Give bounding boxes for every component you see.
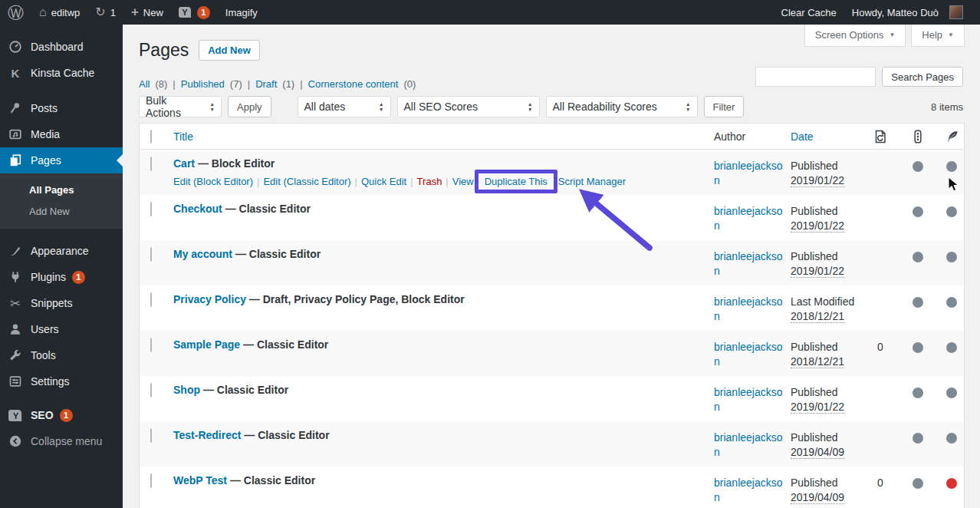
author-link[interactable]: brianleejackson <box>714 341 783 368</box>
search-box: Search Pages <box>755 67 963 87</box>
seo-score-dot <box>913 388 923 398</box>
action-view[interactable]: View <box>452 176 474 187</box>
row-checkbox[interactable] <box>150 338 152 352</box>
table-row-cart: Cart — Block EditorEdit (Block Editor)|E… <box>140 150 964 195</box>
apply-button[interactable]: Apply <box>228 96 271 117</box>
screen-meta-tabs: Screen Options ▼ Help ▼ <box>804 25 965 47</box>
select-all-checkbox[interactable] <box>150 130 152 143</box>
select-arrows-icon: ▲▼ <box>686 101 690 113</box>
page-title-link[interactable]: Checkout <box>173 203 222 215</box>
table-row-sample-page: Sample Page — Classic Editorbrianleejack… <box>140 331 964 376</box>
account-menu[interactable]: Howdy, Matteo Duò <box>844 0 971 25</box>
plugin-icon <box>8 269 23 285</box>
bulk-actions-select[interactable]: Bulk Actions ▲▼ <box>139 96 222 117</box>
updates-indicator[interactable]: ↻ 1 <box>87 0 123 25</box>
date-value: 2019/04/09 <box>791 446 844 459</box>
seo-scores-filter-select[interactable]: All SEO Scores ▲▼ <box>397 96 540 117</box>
sidebar-item-dashboard[interactable]: Dashboard <box>0 34 123 60</box>
yoast-count-badge: 1 <box>197 6 210 19</box>
sidebar-item-tools[interactable]: Tools <box>0 342 123 368</box>
links-count-cell: 0 <box>861 467 899 508</box>
view-cornerstone-link[interactable]: Cornerstone content <box>308 78 399 90</box>
readability-score-dot <box>946 478 957 489</box>
action-duplicate-this[interactable]: Duplicate This <box>485 176 548 187</box>
submenu-all-pages[interactable]: All Pages <box>0 179 123 200</box>
action-quick-edit[interactable]: Quick Edit <box>361 176 406 187</box>
view-draft-link[interactable]: Draft <box>255 78 277 90</box>
date-status: Published <box>791 477 838 489</box>
list-toolbar: Bulk Actions ▲▼ Apply All dates ▲▼ All S… <box>139 96 963 117</box>
row-checkbox[interactable] <box>150 428 152 443</box>
page-title-link[interactable]: My account <box>173 248 232 260</box>
post-state: — Classic Editor <box>227 474 315 487</box>
sidebar-item-seo[interactable]: Y SEO 1 <box>0 402 123 428</box>
action-edit-classic-editor[interactable]: Edit (Classic Editor) <box>263 176 350 187</box>
author-link[interactable]: brianleejackson <box>714 431 783 458</box>
row-checkbox[interactable] <box>150 247 152 262</box>
readability-score-dot <box>946 342 957 353</box>
date-cell: Published2019/01/22 <box>791 240 861 285</box>
author-link[interactable]: brianleejackson <box>714 160 783 186</box>
action-script-manager[interactable]: Script Manager <box>558 176 626 187</box>
seo-score-dot <box>913 433 923 444</box>
chevron-down-icon: ▼ <box>948 31 954 38</box>
filter-button[interactable]: Filter <box>704 96 745 117</box>
table-row-test-redirect: Test-Redirect — Classic Editorbrianleeja… <box>140 421 964 467</box>
view-published-link[interactable]: Published <box>181 78 225 90</box>
collapse-menu-button[interactable]: Collapse menu <box>0 428 123 454</box>
action-trash[interactable]: Trash <box>417 176 442 187</box>
sidebar-item-plugins[interactable]: Plugins 1 <box>0 264 123 290</box>
page-title-link[interactable]: Cart <box>173 157 195 170</box>
author-link[interactable]: brianleejackson <box>714 477 783 503</box>
readability-score-dot <box>946 433 957 444</box>
sidebar-item-pages[interactable]: Pages <box>0 147 123 173</box>
author-link[interactable]: brianleejackson <box>714 205 783 232</box>
author-link[interactable]: brianleejackson <box>714 250 783 277</box>
column-date-sort[interactable]: Date <box>791 130 814 143</box>
author-link[interactable]: brianleejackson <box>714 295 783 322</box>
clear-cache-button[interactable]: Clear Cache <box>774 0 844 25</box>
page-title-link[interactable]: Test-Redirect <box>173 429 241 441</box>
collapse-icon <box>8 434 23 449</box>
screen-options-button[interactable]: Screen Options ▼ <box>804 25 906 47</box>
row-checkbox[interactable] <box>150 292 152 307</box>
row-checkbox[interactable] <box>150 383 152 397</box>
help-button[interactable]: Help ▼ <box>911 25 965 47</box>
sidebar-item-snippets[interactable]: ✂ Snippets <box>0 290 123 316</box>
date-value: 2019/01/22 <box>791 174 844 187</box>
date-status: Last Modified <box>791 295 854 308</box>
dates-filter-select[interactable]: All dates ▲▼ <box>298 96 391 117</box>
new-content-menu[interactable]: + New <box>123 0 171 25</box>
row-checkbox[interactable] <box>150 157 152 171</box>
sidebar-item-kinsta-cache[interactable]: K Kinsta Cache <box>0 60 123 86</box>
action-edit-block-editor[interactable]: Edit (Block Editor) <box>173 176 253 187</box>
seo-score-dot <box>913 478 923 489</box>
action-separator: | <box>446 176 448 187</box>
page-title-link[interactable]: Sample Page <box>173 338 240 351</box>
page-title-link[interactable]: Privacy Policy <box>173 293 246 305</box>
sidebar-item-appearance[interactable]: Appearance <box>0 238 123 264</box>
sidebar-item-users[interactable]: Users <box>0 316 123 342</box>
row-checkbox[interactable] <box>150 202 152 216</box>
yoast-notifications[interactable]: Y 1 <box>171 0 218 25</box>
readability-scores-filter-select[interactable]: All Readability Scores ▲▼ <box>546 96 698 117</box>
submenu-add-new[interactable]: Add New <box>0 200 123 222</box>
imagify-menu[interactable]: Imagify <box>218 0 265 25</box>
search-pages-button[interactable]: Search Pages <box>882 67 963 87</box>
site-link[interactable]: ⌂ editwp <box>31 0 87 25</box>
view-all-link[interactable]: All <box>139 78 150 90</box>
admin-bar-left: Ⓦ ⌂ editwp ↻ 1 + New Y 1 Im <box>0 0 265 25</box>
search-input[interactable] <box>755 67 876 87</box>
page-title-link[interactable]: WebP Test <box>173 474 227 487</box>
links-count-cell <box>861 285 899 331</box>
author-link[interactable]: brianleejackson <box>714 386 783 413</box>
page-title-link[interactable]: Shop <box>173 384 200 396</box>
sidebar-item-posts[interactable]: Posts <box>0 95 123 121</box>
date-cell: Published2019/01/22 <box>791 376 861 421</box>
sidebar-item-media[interactable]: Media <box>0 121 123 147</box>
add-new-button[interactable]: Add New <box>199 40 260 61</box>
wordpress-menu[interactable]: Ⓦ <box>0 0 31 25</box>
sidebar-item-settings[interactable]: Settings <box>0 368 123 394</box>
row-checkbox[interactable] <box>150 473 152 488</box>
column-title-sort[interactable]: Title <box>173 130 193 143</box>
